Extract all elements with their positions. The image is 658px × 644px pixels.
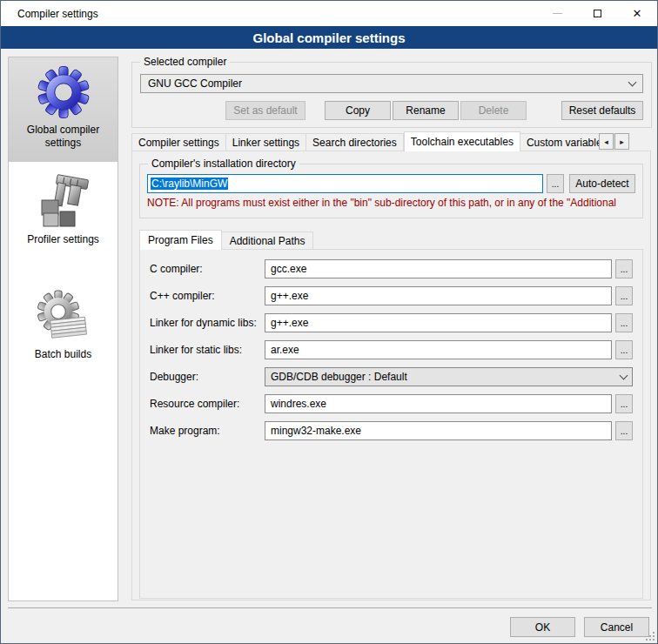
debugger-select[interactable]: GDB/CDB debugger : Default [265, 367, 633, 386]
compiler-buttons-row: Set as default Copy Rename Delete Reset … [132, 101, 643, 120]
cancel-button[interactable]: Cancel [584, 617, 649, 637]
minimize-icon [553, 13, 562, 14]
field-label: Debugger: [150, 371, 265, 383]
maximize-button[interactable] [577, 1, 617, 26]
cpp-compiler-browse-button[interactable]: ... [615, 286, 633, 305]
tab-scroll-left-button[interactable]: ◂ [599, 133, 614, 150]
field-row-linker-static: Linker for static libs: ar.exe ... [150, 340, 633, 359]
field-label: C compiler: [150, 263, 265, 275]
field-value: g++.exe [271, 290, 308, 302]
settings-tabs: Compiler settings Linker settings Search… [131, 131, 652, 151]
tabs-strip: Compiler settings Linker settings Search… [131, 131, 624, 151]
tab-compiler-settings[interactable]: Compiler settings [131, 133, 226, 151]
minimize-button[interactable] [537, 1, 577, 26]
sidebar-item-global-compiler-settings[interactable]: Global compiler settings [9, 57, 118, 162]
field-row-resource-compiler: Resource compiler: windres.exe ... [150, 394, 633, 413]
c-compiler-browse-button[interactable]: ... [615, 259, 633, 278]
tab-toolchain-executables[interactable]: Toolchain executables [404, 131, 520, 151]
browse-directory-button[interactable]: ... [547, 174, 564, 193]
tab-scroll-right-button[interactable]: ▸ [614, 133, 629, 150]
tab-search-directories[interactable]: Search directories [306, 133, 404, 151]
toolchain-executables-panel: Compiler's installation directory C:\ray… [131, 151, 651, 600]
arrow-left-icon: ◂ [604, 138, 608, 146]
main-panel: Selected compiler GNU GCC Compiler Set a… [131, 57, 652, 128]
installation-directory-value: C:\raylib\MinGW [151, 178, 228, 190]
footer-divider [8, 607, 652, 608]
tab-linker-settings[interactable]: Linker settings [226, 133, 306, 151]
resize-grip[interactable] [646, 632, 655, 641]
installation-directory-legend: Compiler's installation directory [148, 158, 299, 170]
selected-compiler-group: Selected compiler GNU GCC Compiler Set a… [131, 62, 652, 128]
reset-defaults-button[interactable]: Reset defaults [561, 101, 643, 120]
field-value: ar.exe [271, 344, 299, 356]
close-icon: ✕ [633, 8, 642, 19]
rename-button[interactable]: Rename [393, 101, 459, 120]
field-label: Linker for static libs: [150, 344, 265, 356]
c-compiler-input[interactable]: gcc.exe [265, 259, 612, 278]
field-label: Make program: [150, 425, 265, 437]
compiler-select[interactable]: GNU GCC Compiler [140, 74, 643, 93]
delete-button[interactable]: Delete [460, 101, 527, 120]
make-program-input[interactable]: mingw32-make.exe [265, 421, 612, 440]
linker-static-input[interactable]: ar.exe [265, 340, 612, 359]
tab-scroll-buttons: ◂ ▸ [598, 133, 629, 150]
cpp-compiler-input[interactable]: g++.exe [265, 286, 612, 305]
programs-subtabs: Program Files Additional Paths [139, 230, 643, 250]
field-value: mingw32-make.exe [271, 425, 361, 437]
sidebar-item-batch-builds[interactable]: Batch builds [9, 282, 118, 378]
footer-buttons: OK Cancel [510, 617, 649, 637]
maximize-icon [594, 10, 601, 17]
installation-directory-input[interactable]: C:\raylib\MinGW [147, 174, 543, 193]
caliper-icon [36, 174, 91, 230]
linker-dynamic-input[interactable]: g++.exe [265, 313, 612, 332]
resource-compiler-input[interactable]: windres.exe [265, 394, 612, 413]
field-value: g++.exe [271, 317, 308, 329]
chevron-down-icon [620, 371, 628, 379]
window-controls: ✕ [537, 1, 657, 26]
field-row-make-program: Make program: mingw32-make.exe ... [150, 421, 633, 440]
field-row-cpp-compiler: C++ compiler: g++.exe ... [150, 286, 633, 305]
close-button[interactable]: ✕ [617, 1, 657, 26]
note-text: NOTE: All programs must exist either in … [147, 197, 641, 209]
field-row-c-compiler: C compiler: gcc.exe ... [150, 259, 633, 278]
arrow-right-icon: ▸ [620, 138, 624, 146]
window-title: Compiler settings [1, 8, 98, 20]
sidebar-item-label: Profiler settings [9, 233, 118, 246]
field-row-linker-dynamic: Linker for dynamic libs: g++.exe ... [150, 313, 633, 332]
linker-dynamic-browse-button[interactable]: ... [615, 313, 633, 332]
field-row-debugger: Debugger: GDB/CDB debugger : Default [150, 367, 633, 386]
field-label: Resource compiler: [150, 398, 265, 410]
linker-static-browse-button[interactable]: ... [615, 340, 633, 359]
compiler-select-value: GNU GCC Compiler [148, 77, 629, 90]
chevron-down-icon [628, 77, 637, 86]
resource-compiler-browse-button[interactable]: ... [615, 394, 633, 413]
field-value: windres.exe [271, 398, 326, 410]
installation-directory-group: Compiler's installation directory C:\ray… [139, 164, 643, 218]
program-files-panel: C compiler: gcc.exe ... C++ compiler: g+… [139, 249, 643, 599]
make-program-browse-button[interactable]: ... [615, 421, 633, 440]
compiler-settings-dialog: Compiler settings ✕ Global compiler sett… [0, 0, 658, 644]
installation-directory-row: C:\raylib\MinGW ... Auto-detect [147, 174, 635, 193]
programs-notebook: Program Files Additional Paths C compile… [139, 230, 643, 599]
subtab-program-files[interactable]: Program Files [139, 230, 222, 250]
ok-button[interactable]: OK [510, 617, 575, 637]
sidebar-item-label: Global compiler settings [9, 124, 118, 150]
selected-compiler-legend: Selected compiler [140, 56, 230, 68]
gray-gear-stack-icon [36, 289, 91, 345]
sidebar-item-profiler-settings[interactable]: Profiler settings [9, 167, 118, 263]
field-value: gcc.exe [271, 263, 306, 275]
set-as-default-button[interactable]: Set as default [225, 101, 306, 120]
field-label: Linker for dynamic libs: [150, 317, 265, 329]
debugger-select-value: GDB/CDB debugger : Default [271, 371, 621, 383]
field-label: C++ compiler: [150, 290, 265, 302]
sidebar-item-label: Batch builds [9, 348, 118, 361]
settings-sidebar: Global compiler settings [8, 57, 118, 601]
auto-detect-button[interactable]: Auto-detect [569, 174, 635, 193]
title-bar: Compiler settings ✕ [1, 1, 657, 26]
dialog-banner: Global compiler settings [1, 26, 657, 49]
subtab-additional-paths[interactable]: Additional Paths [222, 231, 314, 250]
blue-gear-icon [36, 64, 91, 120]
copy-button[interactable]: Copy [325, 101, 391, 120]
